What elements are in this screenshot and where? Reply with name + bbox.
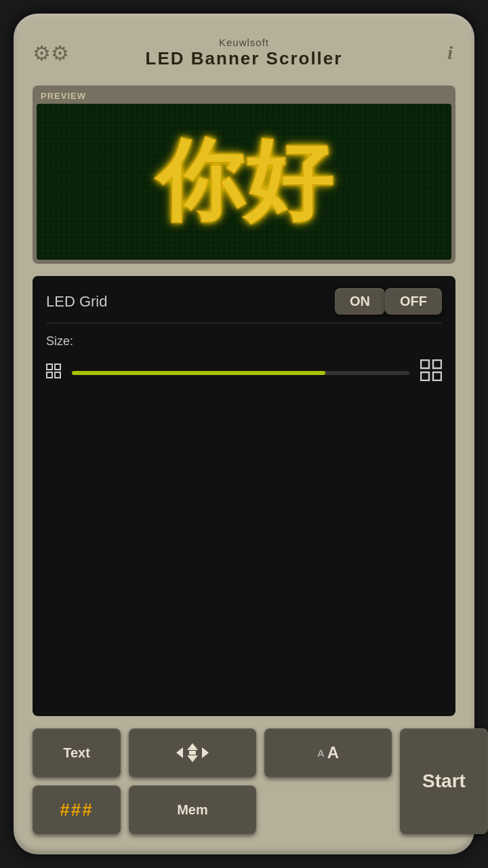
- text-button[interactable]: Text: [33, 728, 121, 777]
- grid-small-icon: [46, 363, 61, 382]
- svg-marker-11: [187, 755, 198, 762]
- font-button[interactable]: A A: [264, 728, 392, 777]
- svg-rect-3: [55, 372, 60, 378]
- font-large-a-label: A: [327, 743, 339, 762]
- led-grid-panel: LED Grid ON OFF Size:: [33, 276, 455, 716]
- size-slider[interactable]: [72, 371, 409, 375]
- svg-marker-8: [176, 747, 183, 758]
- header-text-block: Keuwlsoft LED Banner Scroller: [146, 37, 343, 69]
- empty-cell: [264, 785, 392, 834]
- settings-icon[interactable]: ⚙⚙: [33, 41, 69, 65]
- scroll-button[interactable]: [129, 728, 256, 777]
- device-container: ⚙⚙ Keuwlsoft LED Banner Scroller i PREVI…: [14, 14, 474, 854]
- svg-rect-1: [55, 364, 60, 370]
- toggle-off-button[interactable]: OFF: [385, 288, 442, 315]
- led-grid-header: LED Grid ON OFF: [46, 288, 442, 323]
- grid-icon-label: ###: [60, 800, 93, 821]
- preview-label: PREVIEW: [37, 90, 451, 104]
- svg-rect-7: [433, 372, 441, 380]
- svg-rect-13: [189, 751, 196, 755]
- grid-large-icon: [420, 359, 442, 386]
- mem-button[interactable]: Mem: [129, 785, 256, 834]
- info-icon[interactable]: i: [447, 42, 453, 64]
- svg-rect-2: [47, 372, 52, 378]
- svg-rect-0: [47, 364, 52, 370]
- preview-container: PREVIEW 你好: [33, 85, 455, 264]
- led-grid-title: LED Grid: [46, 293, 107, 311]
- led-preview-text: 你好: [156, 122, 332, 241]
- font-small-a-label: A: [317, 747, 325, 759]
- toggle-on-button[interactable]: ON: [335, 288, 385, 315]
- slider-row: [46, 359, 442, 386]
- svg-rect-4: [421, 360, 429, 368]
- svg-rect-5: [433, 360, 441, 368]
- toggle-group: ON OFF: [335, 288, 442, 315]
- svg-marker-9: [202, 747, 209, 758]
- bottom-buttons: Text A A Start: [33, 728, 455, 834]
- header: ⚙⚙ Keuwlsoft LED Banner Scroller i: [33, 34, 455, 73]
- svg-marker-10: [187, 743, 198, 750]
- led-display: 你好: [37, 104, 451, 260]
- start-button[interactable]: Start: [400, 728, 488, 834]
- start-button-label: Start: [422, 770, 466, 792]
- app-title: LED Banner Scroller: [146, 48, 343, 69]
- grid-icon-button[interactable]: ###: [33, 785, 121, 834]
- brand-name: Keuwlsoft: [146, 37, 343, 48]
- svg-rect-6: [421, 372, 429, 380]
- size-label: Size:: [46, 334, 442, 349]
- slider-fill: [72, 371, 325, 375]
